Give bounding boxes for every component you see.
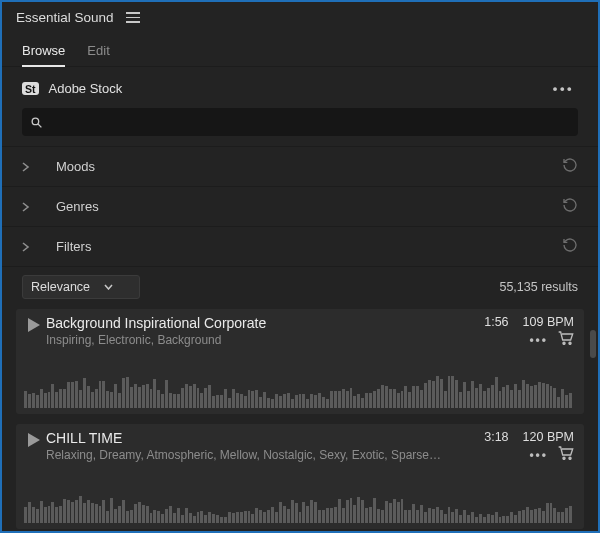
sort-row: Relevance 55,135 results — [2, 267, 598, 309]
play-button[interactable] — [22, 430, 46, 448]
track-item[interactable]: CHILL TIME Relaxing, Dreamy, Atmospheric… — [16, 424, 584, 529]
track-meta: CHILL TIME Relaxing, Dreamy, Atmospheric… — [46, 430, 476, 463]
tab-browse[interactable]: Browse — [22, 39, 65, 66]
cart-icon[interactable] — [558, 446, 574, 463]
track-more-button[interactable]: ••• — [529, 448, 548, 462]
track-duration: 3:18 — [484, 430, 508, 444]
sort-selected-label: Relevance — [31, 280, 90, 294]
filter-section-genres[interactable]: Genres — [2, 187, 598, 227]
track-title: CHILL TIME — [46, 430, 476, 448]
essential-sound-panel: Essential Sound Browse Edit St Adobe Sto… — [2, 2, 598, 531]
source-more-button[interactable]: ••• — [549, 77, 578, 100]
results-count: 55,135 results — [499, 280, 578, 294]
tab-bar: Browse Edit — [2, 31, 598, 67]
track-tags: Relaxing, Dreamy, Atmospheric, Mellow, N… — [46, 448, 476, 463]
play-button[interactable] — [22, 315, 46, 333]
reset-icon[interactable] — [562, 197, 578, 216]
cart-icon[interactable] — [558, 331, 574, 348]
tab-edit[interactable]: Edit — [87, 39, 109, 66]
chevron-right-icon — [22, 242, 56, 252]
track-more-button[interactable]: ••• — [529, 333, 548, 347]
track-item[interactable]: Background Inspirational Corporate Inspi… — [16, 309, 584, 414]
reset-icon[interactable] — [562, 157, 578, 176]
chevron-right-icon — [22, 162, 56, 172]
sort-dropdown[interactable]: Relevance — [22, 275, 140, 299]
reset-icon[interactable] — [562, 237, 578, 256]
adobe-stock-icon: St — [22, 82, 39, 96]
chevron-right-icon — [22, 202, 56, 212]
track-tags: Inspiring, Electronic, Background — [46, 333, 476, 348]
track-bpm: 109 BPM — [523, 315, 574, 329]
source-label: Adobe Stock — [49, 81, 549, 96]
track-list: Background Inspirational Corporate Inspi… — [2, 309, 598, 529]
filter-section-filters[interactable]: Filters — [2, 227, 598, 267]
panel-menu-button[interactable] — [124, 10, 142, 25]
filter-section-moods[interactable]: Moods — [2, 146, 598, 187]
search-field[interactable] — [22, 108, 578, 136]
waveform[interactable] — [22, 354, 574, 408]
search-icon — [30, 116, 43, 129]
filter-label: Filters — [56, 239, 562, 254]
track-duration: 1:56 — [484, 315, 508, 329]
source-row: St Adobe Stock ••• — [2, 67, 598, 108]
panel-title: Essential Sound — [16, 10, 114, 25]
filter-label: Genres — [56, 199, 562, 214]
track-title: Background Inspirational Corporate — [46, 315, 476, 333]
svg-point-0 — [32, 118, 39, 125]
scrollbar-thumb[interactable] — [590, 330, 596, 358]
waveform[interactable] — [22, 469, 574, 523]
filter-sections: Moods Genres Filters — [2, 142, 598, 267]
search-wrap — [2, 108, 598, 142]
svg-point-3 — [569, 342, 571, 344]
svg-point-4 — [563, 457, 565, 459]
svg-point-2 — [563, 342, 565, 344]
search-input[interactable] — [49, 115, 570, 129]
svg-line-1 — [38, 124, 41, 127]
track-meta: Background Inspirational Corporate Inspi… — [46, 315, 476, 348]
panel-titlebar: Essential Sound — [2, 2, 598, 31]
track-bpm: 120 BPM — [523, 430, 574, 444]
svg-point-5 — [569, 457, 571, 459]
filter-label: Moods — [56, 159, 562, 174]
chevron-down-icon — [104, 284, 113, 290]
